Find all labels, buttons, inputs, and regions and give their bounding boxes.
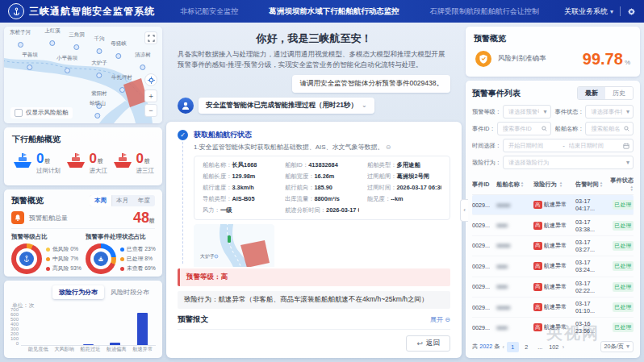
ship-icon xyxy=(65,152,86,169)
per-page-select[interactable]: 20条/页 ▾ xyxy=(600,341,634,352)
map-fullscreen-button[interactable] xyxy=(144,31,157,44)
table-row[interactable]: 0029...■■■■■高航速异常03-17 03:27...已处理 xyxy=(472,236,634,256)
bar-chart-unit-label: 单位：次 xyxy=(12,302,156,310)
map-zoom-in-button[interactable]: ＋ xyxy=(144,89,157,102)
table-row[interactable]: 0029...■■■■高航速异常03-17 03:24...已处理 xyxy=(472,256,634,277)
ship-name-input[interactable] xyxy=(589,124,621,133)
ships-row: 0艘过闸计划0艘进大江0艘进三江 xyxy=(12,152,154,174)
ship-info-field: 能见度：--km xyxy=(367,195,441,203)
column-header-3[interactable]: 告警时间▲▼ xyxy=(575,181,608,189)
collapse-chevron-icon[interactable]: ⌄ xyxy=(362,102,367,109)
table-row[interactable]: 0029...■■■■■高航速异常03-17 01:10...已处理 xyxy=(472,298,634,318)
risk-only-checkbox[interactable] xyxy=(15,109,23,117)
event-status-select[interactable]: ▾ xyxy=(585,105,634,119)
status-cell: 已处理 xyxy=(608,322,634,332)
status-cell: 已处理 xyxy=(608,241,634,251)
period-tab-1[interactable]: 本月 xyxy=(111,195,133,206)
next-page-button[interactable]: › xyxy=(562,343,564,351)
map-zoom-out-button[interactable]: − xyxy=(144,104,157,117)
risk-behavior-chart-panel: 致险行为分布风险时段分布 单位：次 0100200300400500600700… xyxy=(4,281,162,358)
column-header-1[interactable]: 船舶名称▲▼ xyxy=(496,181,533,189)
level-badge: 高 xyxy=(533,201,542,209)
back-icon: ↩ xyxy=(416,339,423,347)
ship-stat-0: 0艘过闸计划 xyxy=(12,152,61,174)
business-system-link[interactable]: 关联业务系统 ▾ xyxy=(564,6,613,17)
center-panel: 你好，我是三峡航至安！ 具备实时数据接入与处理能力，通过调用通用视觉模型、多模态… xyxy=(166,27,462,358)
filter-ship-name: 船舶名称： xyxy=(555,122,634,135)
table-row[interactable]: 0029...■■■■■高航速异常03-17 04:17...已处理 xyxy=(472,195,634,215)
ship-info-field: 导航类型：AIS-B05 xyxy=(203,195,277,203)
alarm-time-cell: 03-17 03:38... xyxy=(575,218,608,233)
period-tab-2[interactable]: 年度 xyxy=(133,195,155,206)
event-id-input[interactable] xyxy=(501,124,539,133)
risk-only-label: 仅显示风险船舶 xyxy=(26,109,69,117)
list-tab-1[interactable]: 历史 xyxy=(605,87,633,99)
event-filters: 预警等级： ▾ 事件状态： ▾ xyxy=(472,105,634,169)
warning-level-select[interactable]: ▾ xyxy=(503,105,551,119)
app-logo-icon xyxy=(8,3,24,19)
warning-report-label: 预警报文 xyxy=(178,314,208,325)
agent-status-pill[interactable]: 安全监管智能体已完成智能推理过程（用时21秒） ⌄ xyxy=(199,98,374,114)
event-list-tabs: 最新历史 xyxy=(577,86,634,100)
period-tab-0[interactable]: 本周 xyxy=(90,195,111,206)
page-button-102[interactable]: 102 xyxy=(548,342,560,352)
time-range-picker[interactable]: - xyxy=(503,139,634,152)
event-id-cell: 0029... xyxy=(472,242,496,249)
risk-only-checkbox-row[interactable]: 仅显示风险船舶 xyxy=(10,107,73,119)
alert-level-banner: 预警等级：高 xyxy=(178,268,450,286)
bar-能见度低 xyxy=(23,311,47,345)
warning-status-chart-block: 预警事件处理状态占比 已查看 23%已处理 8%未查看 69% xyxy=(86,233,155,274)
table-row[interactable]: 0029...■■■■高航速异常03-17 03:38...已处理 xyxy=(472,215,634,235)
nav-item-1[interactable]: 葛洲坝坝前水域下行船舶航行动态监控 xyxy=(269,6,399,17)
fold-icon[interactable]: ⊖ xyxy=(386,144,391,151)
risk-behavior-banner: 致险行为：航速异常（非客船、商品车滚装船船舶航速不在4km/h~25km/h之间… xyxy=(178,291,450,309)
start-time-input[interactable] xyxy=(507,141,560,150)
filter-event-id: 事件ID： xyxy=(472,122,551,135)
panel-collapse-handle[interactable]: ‹ xyxy=(460,199,468,222)
search-icon[interactable] xyxy=(542,126,547,131)
chevron-down-icon: ▾ xyxy=(626,109,629,115)
back-button[interactable]: ↩ 返回 xyxy=(406,335,450,352)
chart-tab-0[interactable]: 致险行为分布 xyxy=(52,285,104,299)
prev-page-button[interactable]: ‹ xyxy=(502,343,504,351)
behavior-cell: 高航速异常 xyxy=(533,242,575,250)
search-icon[interactable] xyxy=(624,126,629,131)
chart-tab-1[interactable]: 风险时段分布 xyxy=(104,285,156,299)
ship-name-search[interactable] xyxy=(585,122,634,135)
ship-position-map[interactable]: 大炉子 xyxy=(194,224,274,268)
ship-name-cell: ■■■■ xyxy=(496,222,533,229)
event-id-search[interactable] xyxy=(497,122,551,135)
mini-map[interactable]: 东桩子河上红溪三角洞千沟母猪峡清凉树平善坝小平善坝大炉子牛扎坪村紫阳村蛤蟆山 ＋… xyxy=(4,27,162,123)
table-row[interactable]: 0029...■■■■高航速异常03-16 23:56...已处理 xyxy=(472,318,634,338)
table-row[interactable]: 0029...■■■■高航速异常03-17 02:22...已处理 xyxy=(472,277,634,298)
reasoning-steps: ✓ 获取船舶航行状态 1.安全监管智能体实时获取船舶基础数据、AIS、水文气象等… xyxy=(178,130,450,268)
accuracy-value: 99.78% xyxy=(583,51,630,67)
chevron-down-icon: ▾ xyxy=(626,343,629,350)
end-time-input[interactable] xyxy=(567,141,621,150)
risk-behavior-input[interactable] xyxy=(507,158,624,167)
status-badge: 已处理 xyxy=(613,241,634,251)
behavior-cell: 高航速异常 xyxy=(533,201,575,209)
ship-icon xyxy=(12,152,33,169)
accuracy-overview-panel: 预警概览 风险判别准确率 99.78% xyxy=(466,27,640,77)
event-status-input[interactable] xyxy=(589,107,624,116)
page-button-2[interactable]: 2 xyxy=(521,342,533,352)
chevron-down-icon: ▾ xyxy=(610,8,613,15)
column-header-4[interactable]: 事件状态▲▼ xyxy=(608,177,634,192)
expand-report-link[interactable]: 展开 ⊖ xyxy=(430,315,450,324)
list-tab-0[interactable]: 最新 xyxy=(578,87,605,99)
page-button-1[interactable]: 1 xyxy=(507,342,519,352)
column-header-2[interactable]: 致险行为▲▼ xyxy=(533,181,575,189)
warning-level-input[interactable] xyxy=(507,107,542,116)
map-locate-button[interactable] xyxy=(144,73,157,86)
settings-gear-icon[interactable] xyxy=(627,7,636,16)
status-cell: 已处理 xyxy=(608,221,634,231)
behavior-cell: 高航速异常 xyxy=(533,323,575,331)
alarm-time-cell: 03-17 04:17... xyxy=(575,198,608,212)
risk-behavior-select[interactable]: ▾ xyxy=(503,156,634,169)
nav-item-0[interactable]: 非标记船安全监控 xyxy=(180,6,238,17)
nav-item-2[interactable]: 石牌受限制航段船舶航行会让控制 xyxy=(430,6,539,17)
event-id-cell: 0029... xyxy=(472,222,496,229)
ship-name-cell: ■■■■ xyxy=(496,263,533,270)
event-id-cell: 0029... xyxy=(472,324,496,331)
